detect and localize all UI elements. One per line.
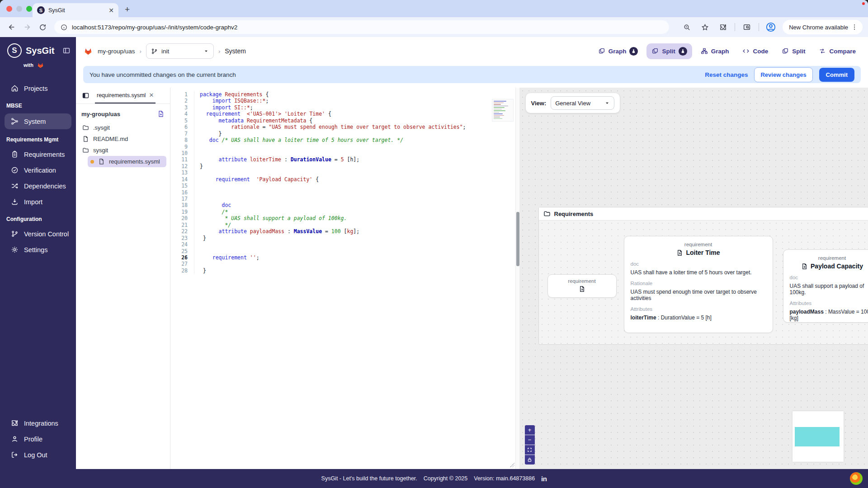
tab-search-icon[interactable] xyxy=(741,21,753,33)
requirement-card-payload-capacity[interactable]: requirementPayload CapacitydocUAS shall … xyxy=(783,249,868,323)
branch-name: init xyxy=(161,48,169,55)
graph-canvas[interactable]: View: General View Requirements requirem… xyxy=(519,88,868,469)
view-button-graph-beta[interactable]: Graph xyxy=(593,43,643,59)
sidebar-item-logout[interactable]: Log Out xyxy=(0,447,76,463)
code-line-13[interactable]: 13 xyxy=(170,169,519,176)
editor-minimap[interactable] xyxy=(492,99,513,121)
package-header[interactable]: Requirements xyxy=(539,207,868,221)
code-line-8[interactable]: 8 doc /* UAS shall have a loiter time of… xyxy=(170,137,519,143)
code-line-22[interactable]: 22 attribute payloadMass : MassValue = 1… xyxy=(170,228,519,235)
view-select[interactable]: General View xyxy=(551,96,614,110)
close-tab-icon[interactable]: ✕ xyxy=(149,92,154,99)
editor-scrollbar[interactable] xyxy=(515,88,519,469)
breadcrumb-group[interactable]: my-group/uas xyxy=(98,48,135,55)
graph-minimap[interactable] xyxy=(793,411,844,462)
view-button-split-beta[interactable]: Split xyxy=(646,43,692,59)
open-file-tab[interactable]: requirements.sysml ✕ xyxy=(95,88,156,103)
code-line-19[interactable]: 19 /* xyxy=(170,209,519,215)
commit-button[interactable]: Commit xyxy=(819,68,854,82)
sidebar-item-projects[interactable]: Projects xyxy=(0,80,76,96)
tree-item--sysgit[interactable]: .sysgit xyxy=(80,122,166,133)
zoom-out-button[interactable]: − xyxy=(525,435,535,445)
sidebar-item-system[interactable]: System xyxy=(5,113,71,129)
code-line-12[interactable]: 12} xyxy=(170,163,519,169)
code-line-6[interactable]: 6 rationale = "UAS must spend enough tim… xyxy=(170,124,519,130)
sidebar-item-profile[interactable]: Profile xyxy=(0,431,76,447)
sidebar-item-import[interactable]: Import xyxy=(0,194,76,210)
code-line-23[interactable]: 23 } xyxy=(170,235,519,241)
chrome-update-button[interactable]: New Chrome available xyxy=(783,20,863,34)
sidebar-item-integrations[interactable]: Integrations xyxy=(0,415,76,431)
scrollbar-thumb[interactable] xyxy=(516,212,519,266)
code-line-15[interactable]: 15 xyxy=(170,183,519,189)
view-button-graph[interactable]: Graph xyxy=(696,44,734,58)
tab-close-icon[interactable]: ✕ xyxy=(108,7,114,14)
code-line-9[interactable]: 9 xyxy=(170,144,519,150)
code-line-27[interactable]: 27 xyxy=(170,261,519,267)
site-info-icon[interactable] xyxy=(61,24,67,31)
view-button-compare[interactable]: Compare xyxy=(814,44,861,58)
sidebar-item-settings[interactable]: Settings xyxy=(0,242,76,258)
fit-view-button[interactable] xyxy=(525,445,535,455)
code-line-1[interactable]: 1package Requirements { xyxy=(170,91,519,98)
zoom-in-button[interactable]: + xyxy=(525,425,535,435)
address-bar[interactable]: localhost:5173/repo/my-group/uas/-/init/… xyxy=(54,20,669,34)
new-tab-button[interactable]: + xyxy=(125,5,130,14)
kebab-menu-icon[interactable] xyxy=(851,23,858,31)
branch-icon xyxy=(11,230,19,238)
forward-icon[interactable] xyxy=(21,21,33,33)
minimap-viewport[interactable] xyxy=(795,427,840,446)
extensions-icon[interactable] xyxy=(717,21,729,33)
reload-icon[interactable] xyxy=(36,21,49,33)
reset-changes-button[interactable]: Reset changes xyxy=(705,71,748,78)
profile-avatar-icon[interactable] xyxy=(764,21,777,33)
requirement-card-loiter-time[interactable]: requirementLoiter TimedocUAS shall have … xyxy=(624,236,773,333)
view-button-code[interactable]: Code xyxy=(737,44,773,58)
sidebar-item-version-control[interactable]: Version Control xyxy=(0,226,76,242)
sidebar-item-requirements[interactable]: Requirements xyxy=(0,146,76,162)
lock-button[interactable] xyxy=(525,455,535,465)
code-line-14[interactable]: 14 requirement 'Payload Capacity' { xyxy=(170,176,519,183)
code-editor[interactable]: 1package Requirements {2 import ISQBase:… xyxy=(170,88,519,469)
new-file-icon[interactable] xyxy=(157,110,165,117)
code-line-20[interactable]: 20 * UAS shall support a payload of 100k… xyxy=(170,215,519,221)
sidebar-item-dependencies[interactable]: Dependencies xyxy=(0,178,76,194)
code-line-11[interactable]: 11 attribute loiterTime : DurationValue … xyxy=(170,156,519,163)
code-line-24[interactable]: 24 xyxy=(170,241,519,248)
tree-item-sysgit[interactable]: sysgit xyxy=(80,145,166,156)
code-line-3[interactable]: 3 import SI::*; xyxy=(170,104,519,111)
code-line-21[interactable]: 21 */ xyxy=(170,222,519,228)
view-button-split[interactable]: Split xyxy=(777,44,810,58)
code-line-25[interactable]: 25 xyxy=(170,248,519,254)
code-line-18[interactable]: 18 doc xyxy=(170,202,519,208)
explorer-toggle-icon[interactable] xyxy=(80,90,91,102)
code-line-28[interactable]: 28 } xyxy=(170,267,519,274)
review-changes-button[interactable]: Review changes xyxy=(754,67,812,82)
bookmark-star-icon[interactable] xyxy=(698,21,711,33)
branch-selector[interactable]: init xyxy=(146,43,214,59)
requirement-card-unnamed[interactable]: requirement xyxy=(547,274,617,298)
file-tree-root[interactable]: my-group/uas xyxy=(80,109,166,122)
code-line-2[interactable]: 2 import ISQBase::*; xyxy=(170,98,519,104)
tree-item-requirements-sysml[interactable]: requirements.sysml xyxy=(88,156,166,167)
code-line-26[interactable]: 26 requirement ''; xyxy=(170,254,519,261)
sidebar-item-verification[interactable]: Verification xyxy=(0,162,76,178)
sidebar-collapse-icon[interactable] xyxy=(62,47,71,55)
browser-tab[interactable]: S SysGit ✕ xyxy=(33,3,118,17)
minimize-window-button[interactable] xyxy=(16,6,22,12)
back-icon[interactable] xyxy=(5,21,18,33)
zoom-out-icon[interactable] xyxy=(680,21,693,33)
code-line-5[interactable]: 5 metadata RequirementMetadata { xyxy=(170,117,519,124)
code-line-4[interactable]: 4 requirement <'UAS-001'> 'Loiter Time' … xyxy=(170,111,519,117)
code-line-16[interactable]: 16 xyxy=(170,189,519,196)
code-content: doc xyxy=(194,202,231,208)
tree-item-README-md[interactable]: README.md xyxy=(80,133,166,145)
requirements-package-node[interactable]: Requirements requirementrequirementLoite… xyxy=(538,207,868,345)
close-window-button[interactable] xyxy=(6,6,12,12)
code-line-10[interactable]: 10 xyxy=(170,150,519,156)
fullscreen-window-button[interactable] xyxy=(26,6,32,12)
code-line-17[interactable]: 17 xyxy=(170,196,519,202)
code-line-7[interactable]: 7 } xyxy=(170,131,519,137)
linkedin-icon[interactable]: in xyxy=(541,475,547,483)
panel-resize-handle[interactable] xyxy=(510,463,514,467)
